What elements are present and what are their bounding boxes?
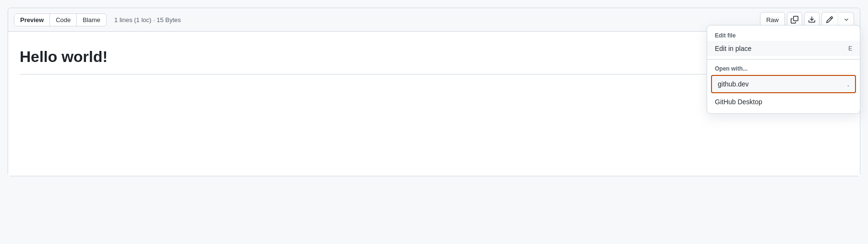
pencil-icon <box>826 16 833 24</box>
edit-in-place-shortcut: E <box>848 45 852 52</box>
chevron-down-icon <box>844 17 849 23</box>
copy-icon <box>791 16 798 24</box>
github-desktop-item[interactable]: GitHub Desktop <box>707 94 860 110</box>
tab-preview[interactable]: Preview <box>14 14 50 26</box>
github-dev-label: github.dev <box>718 80 749 88</box>
edit-file-section-label: Edit file <box>707 29 860 41</box>
dropdown-divider-1 <box>707 59 860 60</box>
edit-in-place-item[interactable]: Edit in place E <box>707 41 860 56</box>
tab-blame[interactable]: Blame <box>77 14 106 26</box>
open-with-section-label: Open with... <box>707 62 860 74</box>
github-dev-shortcut: . <box>847 80 849 88</box>
edit-in-place-label: Edit in place <box>715 45 751 52</box>
github-desktop-label: GitHub Desktop <box>715 98 762 106</box>
download-icon <box>808 16 816 24</box>
tab-group: Preview Code Blame <box>14 13 107 26</box>
github-dev-item[interactable]: github.dev . <box>711 75 856 93</box>
file-info: 1 lines (1 loc) · 15 Bytes <box>114 16 181 24</box>
edit-dropdown-menu: Edit file Edit in place E Open with... g… <box>707 25 860 114</box>
tab-code[interactable]: Code <box>50 14 77 26</box>
